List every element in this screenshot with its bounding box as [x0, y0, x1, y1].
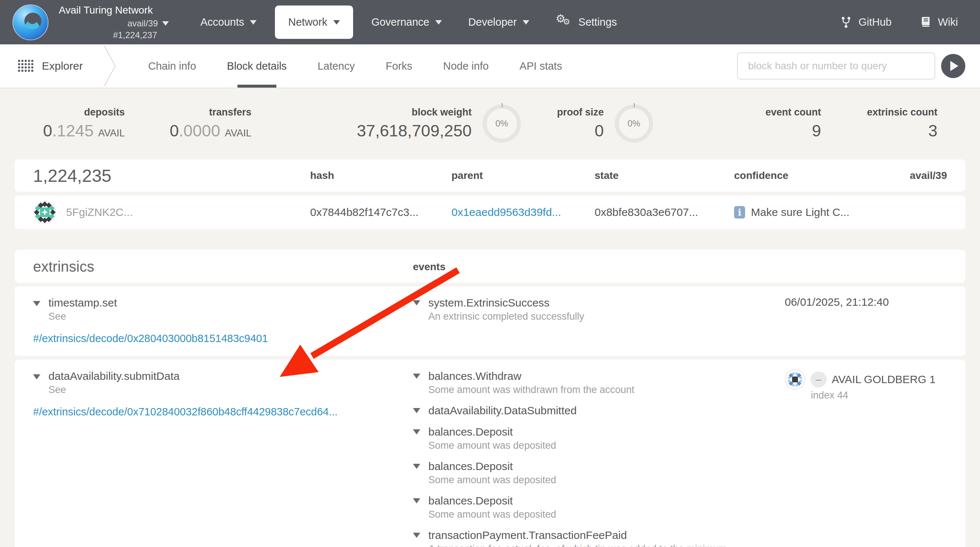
- section-explorer[interactable]: Explorer: [18, 59, 83, 73]
- stat-proof-size: proof size 0: [521, 105, 604, 142]
- extrinsic-method: dataAvailability.submitData: [48, 369, 180, 383]
- stat-label: deposits: [84, 105, 125, 120]
- expand-caret-icon[interactable]: [413, 498, 420, 503]
- section-divider: [103, 46, 116, 86]
- expand-caret-icon[interactable]: [33, 301, 40, 306]
- tab-label: API stats: [519, 60, 562, 72]
- stat-label: block weight: [412, 105, 472, 120]
- event-name: balances.Deposit: [428, 425, 556, 439]
- tab-node-info[interactable]: Node info: [428, 44, 504, 88]
- extrinsic-decode-link[interactable]: #/extrinsics/decode/0x7102840032f860b48c…: [33, 405, 413, 418]
- stat-label: event count: [765, 105, 821, 120]
- confidence-cell: i Make sure Light C...: [734, 206, 888, 219]
- event-item: balances.Deposit Some amount was deposit…: [413, 494, 764, 521]
- event-item: dataAvailability.DataSubmitted: [413, 404, 764, 418]
- avail-logo-icon[interactable]: [11, 3, 50, 42]
- tab-label: Node info: [443, 60, 488, 72]
- extrinsic-method: timestamp.set: [48, 296, 117, 310]
- account-identicon: [785, 369, 805, 390]
- event-item: system.ExtrinsicSuccess An extrinsic com…: [413, 296, 764, 323]
- extrinsic-decode-link[interactable]: #/extrinsics/decode/0x280403000b8151483c…: [33, 332, 413, 345]
- event-name: balances.Withdraw: [428, 369, 634, 383]
- extrinsics-title: extrinsics: [33, 258, 413, 275]
- stat-value: 0.0000 AVAIL: [170, 120, 251, 144]
- nav-accounts-label: Accounts: [200, 16, 244, 28]
- expand-caret-icon[interactable]: [413, 408, 420, 413]
- wiki-link[interactable]: Wiki: [920, 16, 958, 29]
- block-author-address: 5FgiZNK2C...: [66, 206, 133, 219]
- nav-governance[interactable]: Governance: [358, 0, 455, 44]
- sub-nav: Explorer Chain info Block details Latenc…: [0, 44, 980, 88]
- signer-account[interactable]: – AVAIL GOLDBERG 1: [785, 369, 947, 390]
- column-spec: avail/39: [888, 170, 947, 181]
- expand-caret-icon[interactable]: [413, 533, 420, 538]
- stat-value: 37,618,709,250: [357, 120, 472, 142]
- event-description: Some amount was deposited: [428, 508, 556, 521]
- nav-accounts[interactable]: Accounts: [187, 0, 270, 44]
- chevron-down-icon: [250, 20, 256, 25]
- event-item: balances.Withdraw Some amount was withdr…: [413, 369, 764, 396]
- stat-value: 9: [812, 120, 821, 142]
- query-submit-button[interactable]: [941, 54, 965, 78]
- gauge-tick: [502, 103, 503, 108]
- tab-label: Chain info: [148, 60, 196, 72]
- main-nav: Accounts Network Governance Developer ⚙⚙…: [187, 0, 630, 44]
- nav-developer[interactable]: Developer: [455, 0, 542, 44]
- nav-settings-label: Settings: [579, 16, 617, 28]
- event-name: balances.Deposit: [428, 459, 556, 473]
- extrinsic-row-timestamp-set: timestamp.set See #/extrinsics/decode/0x…: [15, 286, 965, 356]
- block-weight-gauge: 0%: [483, 105, 521, 143]
- tab-latency[interactable]: Latency: [302, 44, 370, 88]
- expand-caret-icon[interactable]: [33, 374, 40, 379]
- github-link[interactable]: GitHub: [839, 16, 891, 29]
- events-cell: balances.Withdraw Some amount was withdr…: [413, 369, 764, 547]
- info-icon: i: [734, 206, 745, 219]
- brand-block: Avail Turing Network avail/39 #1,224,237: [59, 4, 169, 41]
- book-icon: [920, 16, 932, 29]
- nav-developer-label: Developer: [468, 16, 517, 28]
- extrinsic-cell: dataAvailability.submitData See #/extrin…: [33, 369, 413, 418]
- event-name: system.ExtrinsicSuccess: [428, 296, 584, 310]
- tab-block-details[interactable]: Block details: [212, 44, 302, 88]
- nav-network-label: Network: [288, 16, 327, 28]
- gauge-tick: [634, 103, 635, 108]
- tab-chain-info[interactable]: Chain info: [133, 44, 212, 88]
- extrinsic-cell: timestamp.set See #/extrinsics/decode/0x…: [33, 296, 413, 345]
- code-fork-icon: [839, 16, 853, 29]
- tab-forks[interactable]: Forks: [370, 44, 428, 88]
- nav-settings[interactable]: ⚙⚙ Settings: [542, 0, 630, 44]
- block-query-input[interactable]: [737, 52, 935, 79]
- expand-caret-icon[interactable]: [413, 374, 420, 379]
- row-meta: 06/01/2025, 21:12:40: [764, 296, 947, 308]
- expand-caret-icon[interactable]: [413, 464, 420, 469]
- column-state: state: [595, 170, 734, 181]
- state-root-value: 0x8bfe830a3e6707...: [595, 206, 734, 219]
- expand-caret-icon[interactable]: [413, 429, 420, 434]
- parent-hash-link[interactable]: 0x1eaedd9563d39fd...: [452, 206, 561, 218]
- block-query: [737, 52, 965, 79]
- chevron-down-icon: [162, 21, 169, 26]
- extrinsic-see: See: [48, 383, 180, 396]
- event-description: A transaction fee actual_fee, of which t…: [428, 542, 735, 547]
- chain-spec-selector[interactable]: avail/39: [59, 18, 169, 29]
- top-bar: Avail Turing Network avail/39 #1,224,237…: [0, 0, 980, 44]
- event-item: balances.Deposit Some amount was deposit…: [413, 425, 764, 452]
- extrinsics-section-header: extrinsics events: [15, 250, 965, 283]
- tab-api-stats[interactable]: API stats: [504, 44, 578, 88]
- chevron-down-icon: [333, 20, 340, 25]
- section-explorer-label: Explorer: [42, 60, 83, 72]
- expand-caret-icon[interactable]: [413, 300, 420, 305]
- nav-network[interactable]: Network: [275, 5, 353, 39]
- block-author[interactable]: 5FgiZNK2C...: [33, 201, 310, 224]
- gauge-percent: 0%: [628, 119, 641, 129]
- row-meta: – AVAIL GOLDBERG 1 index 44: [764, 369, 947, 401]
- event-description: Some amount was withdrawn from the accou…: [428, 383, 634, 396]
- events-cell: system.ExtrinsicSuccess An extrinsic com…: [413, 296, 764, 330]
- stat-label: transfers: [209, 105, 251, 120]
- external-links: GitHub Wiki: [839, 16, 958, 29]
- block-number: 1,224,235: [33, 166, 310, 186]
- chain-spec-label: avail/39: [127, 18, 158, 29]
- event-description: An extrinsic completed successfully: [428, 310, 584, 323]
- confidence-message: Make sure Light C...: [751, 206, 850, 219]
- event-item: transactionPayment.TransactionFeePaid A …: [413, 528, 764, 547]
